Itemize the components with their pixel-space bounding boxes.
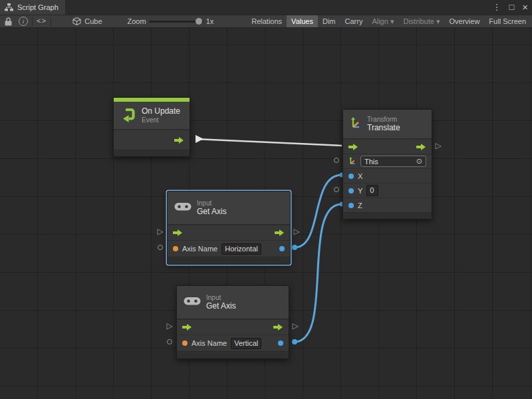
y-value-port[interactable]: [348, 188, 354, 194]
z-port-label: Z: [358, 201, 362, 209]
carry-button[interactable]: Carry: [340, 15, 368, 27]
relations-button[interactable]: Relations: [247, 15, 287, 27]
flow-arrow-icon[interactable]: [173, 227, 183, 239]
axis-name-row: Axis Name Vertical: [177, 334, 289, 351]
this-object-picker[interactable]: This ⊙: [360, 156, 426, 167]
node-footer: [343, 212, 432, 219]
object-picker-icon[interactable]: ⊙: [416, 157, 422, 166]
zoom-slider[interactable]: [149, 21, 203, 23]
code-view-icon[interactable]: <>: [37, 17, 47, 25]
node-footer: [177, 351, 289, 358]
overview-button[interactable]: Overview: [445, 15, 485, 27]
kebab-menu-icon[interactable]: ⋮: [492, 0, 501, 15]
node-header[interactable]: Transform Translate: [343, 110, 432, 139]
distribute-dropdown[interactable]: Distribute ▾: [398, 15, 444, 27]
value-wire-vertical[interactable]: [295, 204, 342, 342]
axis-name-label: Axis Name: [182, 245, 217, 253]
graph-toolbar: i <> Cube Zoom 1x Relations Values Dim C…: [0, 15, 532, 28]
node-header[interactable]: On Update Event: [114, 102, 190, 130]
dim-button[interactable]: Dim: [318, 15, 340, 27]
close-icon[interactable]: ×: [522, 0, 528, 15]
flow-input-port[interactable]: ▷: [156, 227, 164, 235]
axis-name-field[interactable]: Vertical: [231, 338, 261, 349]
x-port-row: X: [343, 168, 432, 183]
node-get-axis-horizontal[interactable]: Input Get Axis Axis Name Horizontal: [167, 191, 291, 265]
y-port-row: Y 0: [343, 183, 432, 198]
axis-name-input-port[interactable]: [158, 245, 163, 250]
node-on-update[interactable]: On Update Event: [113, 97, 190, 157]
flow-arrow-icon[interactable]: [174, 134, 184, 146]
node-category: Input: [197, 200, 227, 207]
node-title: Get Axis: [206, 302, 236, 311]
y-input-port[interactable]: [334, 187, 339, 192]
flow-wire-arrow-icon: [196, 135, 203, 143]
target-object-label[interactable]: Cube: [84, 17, 102, 25]
transform-icon: [350, 117, 362, 132]
fullscreen-button[interactable]: Full Screen: [484, 15, 531, 27]
zoom-slider-handle[interactable]: [196, 18, 202, 25]
this-value: This: [364, 158, 378, 166]
flow-arrow-icon[interactable]: [273, 321, 283, 333]
gamepad-icon: [174, 201, 192, 215]
node-get-axis-vertical[interactable]: Input Get Axis Axis Name Vertical: [176, 285, 289, 359]
result-value-port[interactable]: [279, 246, 285, 251]
result-value-port[interactable]: [278, 340, 283, 346]
this-row: This ⊙: [343, 154, 432, 168]
x-port-label: X: [358, 172, 362, 180]
flow-arrow-icon[interactable]: [275, 227, 285, 239]
wire-endpoint-dot: [292, 245, 297, 250]
node-category: Transform: [367, 116, 400, 123]
values-button[interactable]: Values: [287, 15, 318, 27]
node-category: Input: [206, 294, 236, 301]
node-header[interactable]: Input Get Axis: [177, 286, 289, 319]
graph-canvas[interactable]: ▷ ▷ ▷ ▷ ▷ On Update Event: [0, 28, 532, 399]
align-dropdown[interactable]: Align ▾: [367, 15, 398, 27]
script-graph-icon: [5, 3, 13, 11]
flow-row: [168, 225, 290, 240]
flow-output-port[interactable]: ▷: [434, 142, 442, 150]
window-controls: ⋮ □ ×: [492, 0, 528, 15]
node-translate[interactable]: Transform Translate: [342, 109, 432, 219]
flow-row: [343, 139, 432, 154]
z-port-row: Z: [343, 198, 432, 212]
flow-wire[interactable]: [196, 139, 342, 146]
node-header[interactable]: Input Get Axis: [168, 192, 290, 225]
node-footer: [114, 150, 190, 156]
on-update-event-icon: [120, 106, 136, 125]
flow-arrow-icon[interactable]: [416, 141, 426, 153]
node-title: On Update: [142, 107, 180, 116]
y-value-field[interactable]: 0: [366, 185, 378, 196]
info-icon[interactable]: i: [19, 17, 28, 26]
node-subtitle: Event: [142, 116, 180, 124]
axis-name-input-port[interactable]: [167, 339, 172, 344]
flow-arrow-icon[interactable]: [348, 141, 358, 153]
this-input-port[interactable]: [334, 158, 339, 163]
x-value-port[interactable]: [348, 174, 354, 179]
tab-script-graph[interactable]: Script Graph: [0, 0, 65, 15]
tab-label: Script Graph: [17, 3, 59, 11]
z-value-port[interactable]: [348, 203, 354, 208]
maximize-icon[interactable]: □: [509, 0, 514, 15]
chevron-down-icon: ▾: [390, 17, 394, 25]
transform-mini-icon: [348, 156, 356, 168]
flow-row: [177, 319, 289, 334]
axis-name-field[interactable]: Horizontal: [221, 243, 261, 255]
distribute-label: Distribute: [403, 17, 434, 25]
gamepad-icon: [184, 295, 201, 309]
titlebar: Script Graph ⋮ □ ×: [0, 0, 532, 15]
lock-icon[interactable]: [5, 17, 12, 26]
zoom-label: Zoom: [128, 17, 146, 25]
flow-output-port[interactable]: ▷: [293, 227, 301, 235]
wire-endpoint-dot: [292, 339, 297, 344]
flow-arrow-icon[interactable]: [182, 321, 192, 333]
y-port-label: Y: [358, 187, 362, 195]
axis-name-string-port[interactable]: [182, 340, 188, 346]
node-title: Translate: [367, 124, 400, 132]
toolbar-separator: [51, 17, 51, 26]
axis-name-string-port[interactable]: [173, 246, 178, 251]
flow-input-port[interactable]: ▷: [166, 322, 174, 330]
zoom-value: 1x: [206, 17, 214, 25]
value-wire-horizontal[interactable]: [295, 175, 342, 247]
chevron-down-icon: ▾: [436, 17, 440, 25]
flow-output-port[interactable]: ▷: [291, 322, 299, 330]
